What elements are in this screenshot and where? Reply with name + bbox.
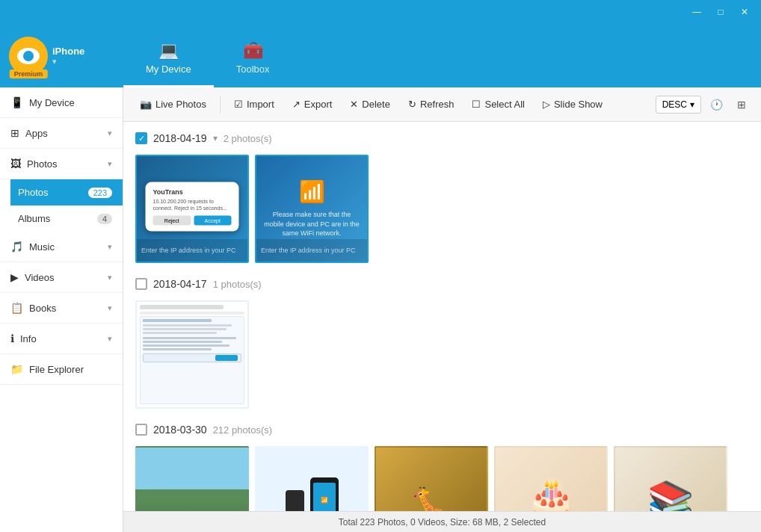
- sidebar-info-label: Info: [20, 333, 108, 344]
- app-logo: Premium: [9, 37, 48, 75]
- date-checkbox-1[interactable]: ✓: [135, 132, 147, 144]
- delete-label: Delete: [362, 99, 390, 110]
- photo-grid-3: 📶 🦒 🎂 📚: [135, 446, 749, 511]
- main-layout: 📱 My Device ⊞ Apps ▾ 🖼 Photos ▾ Photos 2…: [0, 87, 761, 532]
- grid-view-button[interactable]: ⊞: [731, 94, 752, 115]
- select-all-icon: ☐: [472, 99, 481, 110]
- dialog-text: 10.10.200.200 requests to connect. Rejec…: [153, 197, 232, 211]
- photo-list: ✓ 2018-04-19 ▾ 2 photos(s) ✓ Enter the I…: [123, 122, 761, 511]
- photos-badge: 223: [88, 188, 112, 198]
- file-explorer-icon: 📁: [10, 363, 23, 375]
- tab-my-device-label: My Device: [146, 64, 191, 75]
- photo-thumb-3[interactable]: [135, 300, 249, 409]
- sidebar-item-photos-sub[interactable]: Photos 223: [10, 179, 123, 205]
- music-icon: 🎵: [10, 241, 23, 253]
- sidebar-item-music[interactable]: 🎵 Music ▾: [0, 232, 123, 262]
- my-device-icon: 📱: [10, 96, 23, 108]
- date-group-2018-04-19: ✓ 2018-04-19 ▾ 2 photos(s) ✓ Enter the I…: [135, 129, 749, 263]
- date-count-2: 1 photos(s): [213, 279, 262, 290]
- date-label-2: 2018-04-17: [153, 278, 207, 290]
- sidebar: 📱 My Device ⊞ Apps ▾ 🖼 Photos ▾ Photos 2…: [0, 87, 123, 532]
- date-group-2018-03-30: 2018-03-30 212 photos(s): [135, 421, 749, 511]
- slide-show-button[interactable]: ▷ Slide Show: [535, 95, 610, 114]
- books-icon: 📋: [10, 302, 23, 314]
- select-all-label: Select All: [484, 99, 524, 110]
- photo-thumb-1[interactable]: ✓ Enter the IP address in your PC YouTra…: [135, 155, 249, 263]
- dialog-reject-btn[interactable]: Reject: [153, 215, 191, 225]
- dialog-accept-btn[interactable]: Accept: [194, 215, 232, 225]
- date-checkbox-2[interactable]: [135, 278, 147, 290]
- sidebar-albums-sub-label: Albums: [18, 213, 97, 224]
- sort-arrow: ▾: [690, 99, 694, 110]
- apps-arrow: ▾: [108, 129, 112, 138]
- export-button[interactable]: ↗ Export: [285, 95, 340, 114]
- sidebar-item-albums-sub[interactable]: Albums 4: [10, 205, 123, 232]
- minimize-button[interactable]: —: [686, 4, 707, 19]
- videos-icon: ▶: [10, 271, 19, 283]
- toolbar: 📷 Live Photos ☑ Import ↗ Export ✕ Delete…: [123, 87, 761, 122]
- sort-dropdown[interactable]: DESC ▾: [656, 96, 701, 114]
- date-count-3: 212 photos(s): [213, 424, 273, 436]
- tab-toolbox-label: Toolbox: [236, 64, 270, 75]
- live-photos-button[interactable]: 📷 Live Photos: [132, 95, 214, 114]
- wifi-text: Please make sure that the mobile device …: [264, 210, 360, 238]
- date-header-3: 2018-03-30 212 photos(s): [135, 421, 749, 439]
- date-label-1: 2018-04-19: [153, 132, 207, 144]
- photo-thumb-4[interactable]: [135, 446, 249, 511]
- delete-button[interactable]: ✕ Delete: [342, 95, 398, 114]
- sidebar-books-label: Books: [29, 303, 108, 314]
- photo-thumb-7[interactable]: 🎂: [494, 446, 608, 511]
- import-button[interactable]: ☑ Import: [227, 95, 282, 114]
- photo-grid-1: ✓ Enter the IP address in your PC YouTra…: [135, 155, 749, 263]
- sidebar-item-my-device[interactable]: 📱 My Device: [0, 87, 123, 118]
- wifi-icon: 📶: [299, 179, 325, 204]
- sidebar-item-apps[interactable]: ⊞ Apps ▾: [0, 118, 123, 149]
- refresh-button[interactable]: ↻ Refresh: [401, 95, 462, 114]
- sidebar-file-explorer-label: File Explorer: [29, 364, 112, 375]
- header: Premium iPhone ▾ 💻 My Device 🧰 Toolbox: [0, 24, 761, 87]
- date-dropdown-1[interactable]: ▾: [213, 133, 218, 143]
- toolbar-right: DESC ▾ 🕐 ⊞: [656, 94, 752, 115]
- sidebar-sub-photos: Photos 223 Albums 4: [0, 179, 123, 232]
- my-device-icon: 💻: [158, 41, 179, 61]
- select-all-button[interactable]: ☐ Select All: [464, 95, 532, 114]
- close-button[interactable]: ✕: [734, 4, 755, 19]
- photo-thumb-5[interactable]: 📶: [255, 446, 369, 511]
- info-arrow: ▾: [108, 334, 112, 344]
- sort-label: DESC: [662, 99, 687, 110]
- sidebar-item-photos[interactable]: 🖼 Photos ▾: [0, 149, 123, 179]
- titlebar: — □ ✕: [0, 0, 761, 24]
- dialog-title: YouTrans: [153, 188, 232, 195]
- photos-icon: 🖼: [10, 158, 21, 170]
- live-photos-label: Live Photos: [155, 99, 206, 110]
- music-arrow: ▾: [108, 242, 112, 252]
- sidebar-music-label: Music: [29, 241, 108, 253]
- tab-my-device[interactable]: 💻 My Device: [123, 34, 214, 87]
- delete-icon: ✕: [350, 99, 358, 110]
- date-label-3: 2018-03-30: [153, 424, 207, 436]
- tab-toolbox[interactable]: 🧰 Toolbox: [214, 34, 292, 87]
- photo-thumb-8[interactable]: 📚: [614, 446, 727, 511]
- albums-badge: 4: [97, 214, 112, 224]
- sidebar-item-info[interactable]: ℹ Info ▾: [0, 324, 123, 354]
- slide-show-label: Slide Show: [554, 99, 603, 110]
- books-arrow: ▾: [108, 303, 112, 313]
- logo-area: Premium iPhone ▾: [0, 24, 123, 87]
- photo-thumb-2[interactable]: ✓ 📶 Please make sure that the mobile dev…: [255, 155, 369, 263]
- import-icon: ☑: [234, 99, 243, 110]
- sidebar-item-videos[interactable]: ▶ Videos ▾: [0, 262, 123, 293]
- logo-eye: [17, 48, 40, 64]
- window-controls: — □ ✕: [686, 4, 755, 19]
- sidebar-item-file-explorer[interactable]: 📁 File Explorer: [0, 354, 123, 385]
- photo-grid-2: [135, 300, 749, 409]
- sidebar-item-books[interactable]: 📋 Books ▾: [0, 293, 123, 324]
- sidebar-videos-label: Videos: [25, 272, 108, 283]
- photo-thumb-6[interactable]: 🦒: [375, 446, 488, 511]
- import-label: Import: [247, 99, 274, 110]
- date-checkbox-3[interactable]: [135, 424, 147, 436]
- clock-view-button[interactable]: 🕐: [706, 94, 727, 115]
- device-dropdown[interactable]: ▾: [52, 57, 84, 66]
- live-photos-icon: 📷: [140, 99, 152, 110]
- restore-button[interactable]: □: [710, 4, 731, 19]
- date-header-2: 2018-04-17 1 photos(s): [135, 275, 749, 293]
